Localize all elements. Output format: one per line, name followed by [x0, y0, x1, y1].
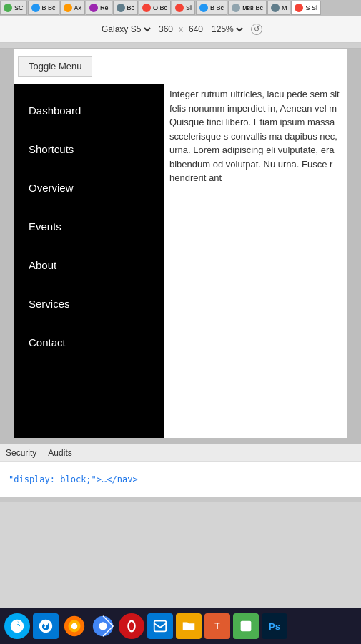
taskbar-photoshop[interactable]: Ps [262, 613, 287, 639]
svg-point-5 [128, 621, 134, 632]
taskbar: T Ps [0, 608, 361, 644]
tab-ax-label: Ax [74, 4, 82, 11]
nav-list: Dashboard Shortcuts Overview Events Abou… [14, 84, 164, 369]
nav-link-overview[interactable]: Overview [29, 182, 74, 194]
tab-bc3[interactable]: O Bc [139, 1, 171, 15]
tab-security[interactable]: Security [6, 447, 36, 459]
nav-item-overview[interactable]: Overview [14, 169, 164, 208]
taskbar-files[interactable] [176, 613, 202, 639]
svg-point-4 [99, 622, 107, 630]
browser-content: Toggle Menu Dashboard Shortcuts Overview… [0, 43, 361, 444]
taskbar-chrome[interactable] [90, 613, 116, 639]
height-value: 640 [189, 24, 203, 34]
tab-bc4-label: B Bc [210, 4, 224, 11]
nav-item-services[interactable]: Services [14, 285, 164, 323]
taskbar-edge[interactable] [33, 613, 59, 639]
ts-label: T [214, 621, 219, 631]
tab-audits[interactable]: Audits [48, 447, 71, 459]
taskbar-skype[interactable] [4, 613, 30, 639]
devtools-bottom-tabs: Security Audits [0, 444, 361, 461]
nav-link-about[interactable]: About [29, 259, 56, 271]
nav-link-events[interactable]: Events [29, 220, 61, 233]
nav-item-events[interactable]: Events [14, 208, 164, 246]
tab-bc3-icon [142, 4, 151, 12]
x-separator: x [179, 24, 183, 34]
tab-bc1[interactable]: B Bc [28, 1, 59, 15]
webpage: Toggle Menu Dashboard Shortcuts Overview… [14, 49, 347, 438]
tab-bc2-icon [117, 4, 125, 12]
tab-si2-icon [295, 4, 303, 12]
nav-item-shortcuts[interactable]: Shortcuts [14, 130, 164, 169]
tab-bc1-icon [31, 4, 40, 12]
tab-bc3-label: O Bc [153, 4, 167, 11]
tab-ax-icon [64, 4, 72, 12]
nav-item-about[interactable]: About [14, 246, 164, 285]
tab-si1[interactable]: Si [172, 1, 195, 15]
ps-label: Ps [269, 621, 280, 632]
tab-mdd-icon [232, 4, 240, 12]
width-value: 360 [159, 24, 173, 34]
code-string: "display: block;">…</nav> [9, 474, 138, 484]
device-selector[interactable]: Galaxy S5 [99, 24, 153, 35]
taskbar-green-app[interactable] [233, 613, 259, 639]
tab-si2[interactable]: S Si [291, 1, 321, 15]
tab-bc2[interactable]: Bc [113, 1, 139, 15]
tab-mdd-label: мвв Bc [242, 4, 263, 11]
tab-m-label: M [282, 4, 287, 11]
svg-rect-7 [241, 621, 252, 632]
nav-link-contact[interactable]: Contact [29, 336, 66, 348]
tab-sc[interactable]: SC [0, 1, 27, 15]
svg-point-2 [71, 623, 78, 630]
svg-rect-6 [154, 621, 167, 632]
scroll-indicator-top [0, 43, 361, 49]
device-toolbar: Galaxy S5 360 x 640 125% ↺ [0, 16, 361, 43]
tab-si2-label: S Si [305, 4, 317, 11]
nav-link-services[interactable]: Services [29, 298, 70, 310]
tab-bc2-label: Bc [127, 4, 135, 11]
tab-sc-icon [4, 4, 12, 12]
tab-re-label: Re [100, 4, 109, 11]
tab-mdd[interactable]: мвв Bc [228, 1, 267, 15]
nav-item-contact[interactable]: Contact [14, 323, 164, 362]
nav-link-dashboard[interactable]: Dashboard [29, 104, 81, 117]
taskbar-opera[interactable] [119, 613, 144, 639]
code-area: "display: block;">…</nav> [0, 461, 361, 497]
browser-tabs-bar: SC B Bc Ax Re Bc O Bc Si B Bc мвв Bc M S… [0, 0, 361, 16]
tab-re-icon [89, 4, 98, 12]
tab-m[interactable]: M [267, 1, 291, 15]
tab-si1-icon [175, 4, 184, 12]
tab-bc1-label: B Bc [42, 4, 56, 11]
taskbar-ts[interactable]: T [204, 613, 230, 639]
tab-re[interactable]: Re [86, 1, 112, 15]
tab-ax[interactable]: Ax [60, 1, 86, 15]
separator [0, 497, 361, 502]
rotate-button[interactable]: ↺ [251, 24, 262, 35]
tab-sc-label: SC [14, 4, 24, 11]
tab-si1-label: Si [186, 4, 192, 11]
zoom-selector[interactable]: 125% [209, 24, 245, 35]
tab-bc4[interactable]: B Bc [196, 1, 227, 15]
page-content-text: Integer rutrum ultricies, lacu pede sem … [168, 84, 347, 438]
taskbar-firefox[interactable] [61, 613, 87, 639]
nav-menu: Dashboard Shortcuts Overview Events Abou… [14, 84, 164, 438]
nav-item-dashboard[interactable]: Dashboard [14, 92, 164, 130]
toggle-menu-button[interactable]: Toggle Menu [18, 56, 92, 77]
tab-m-icon [271, 4, 280, 12]
tab-bc4-icon [199, 4, 208, 12]
taskbar-outlook[interactable] [147, 613, 173, 639]
nav-link-shortcuts[interactable]: Shortcuts [29, 143, 74, 155]
